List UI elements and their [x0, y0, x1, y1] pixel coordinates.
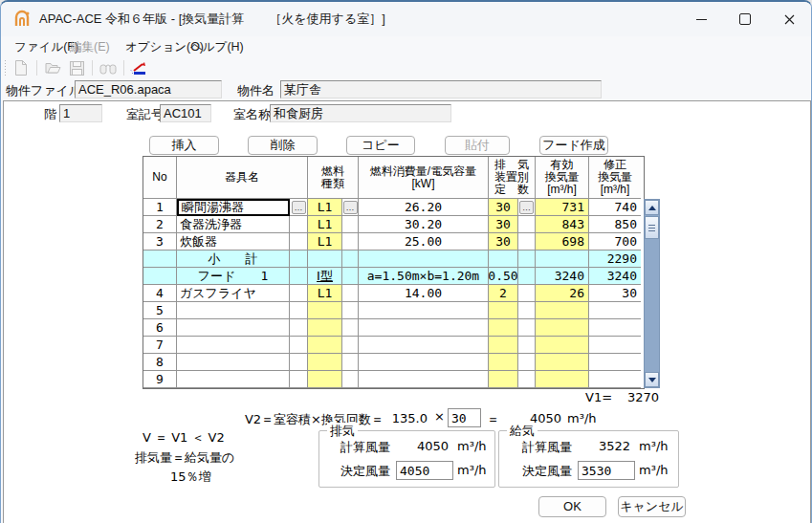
- menu-help[interactable]: ヘルプ(H): [185, 38, 250, 56]
- ok-button[interactable]: OK: [538, 496, 606, 517]
- scroll-down-button[interactable]: [645, 372, 659, 387]
- graph-icon: [130, 61, 147, 76]
- coef-cell[interactable]: 2: [489, 285, 518, 302]
- exhaust-dec-unit: m³/h: [457, 463, 487, 477]
- graph-button[interactable]: [128, 58, 149, 77]
- effective-cell[interactable]: 698: [536, 233, 589, 251]
- modified-cell[interactable]: 700: [589, 233, 641, 251]
- effective-cell[interactable]: [536, 302, 589, 319]
- appliance-name-cell[interactable]: 食器洗浄器: [177, 216, 290, 233]
- picker-cell: [518, 337, 536, 354]
- modified-cell[interactable]: 30: [589, 285, 641, 302]
- table-scrollbar[interactable]: [644, 199, 660, 388]
- consumption-cell[interactable]: 14.00: [359, 285, 489, 302]
- appliance-name-cell[interactable]: [177, 319, 290, 337]
- coef-cell[interactable]: [489, 371, 518, 388]
- supply-decision-input[interactable]: [578, 461, 635, 480]
- hood-type-cell[interactable]: Ⅰ型: [308, 268, 342, 285]
- supply-dec-unit: m³/h: [639, 463, 669, 477]
- coef-cell[interactable]: [489, 302, 518, 319]
- effective-cell[interactable]: 26: [536, 285, 589, 302]
- find-button[interactable]: [98, 58, 119, 77]
- fuel-type-cell[interactable]: [308, 319, 342, 337]
- appliance-picker-button[interactable]: …: [292, 201, 306, 214]
- open-file-button[interactable]: [42, 58, 63, 77]
- room-code-field[interactable]: AC101: [160, 104, 211, 122]
- consumption-cell[interactable]: 26.20: [359, 199, 489, 216]
- modified-cell[interactable]: [589, 337, 641, 354]
- effective-cell[interactable]: [536, 354, 589, 371]
- open-file-icon: [45, 61, 61, 75]
- close-button[interactable]: [767, 2, 811, 36]
- appliance-name-cell[interactable]: 瞬間湯沸器: [177, 199, 290, 216]
- room-name-field[interactable]: 和食厨房: [270, 104, 451, 122]
- subtotal-label: 小 計: [177, 251, 290, 268]
- coef-cell[interactable]: 30: [489, 233, 518, 251]
- project-name-field[interactable]: 某庁舎: [280, 80, 602, 98]
- hood-create-button[interactable]: フード作成: [539, 136, 608, 155]
- fuel-type-cell[interactable]: L1: [308, 216, 342, 233]
- appliance-name-cell[interactable]: [177, 337, 290, 354]
- consumption-cell[interactable]: 25.00: [359, 233, 489, 251]
- fuel-picker-button[interactable]: …: [343, 201, 358, 214]
- new-file-button[interactable]: [11, 58, 32, 77]
- maximize-button[interactable]: [723, 2, 767, 36]
- fuel-type-cell[interactable]: [308, 302, 342, 319]
- scrollbar-thumb[interactable]: [645, 216, 659, 239]
- exhaust-calc-unit: m³/h: [457, 439, 487, 453]
- appliance-name-cell[interactable]: [177, 354, 290, 371]
- header-no: No: [143, 157, 177, 199]
- minimize-button[interactable]: [679, 2, 723, 36]
- insert-button[interactable]: 挿入: [149, 136, 219, 155]
- copy-button[interactable]: コピー: [346, 136, 415, 155]
- fuel-type-cell[interactable]: [308, 337, 342, 354]
- air-changes-input[interactable]: [448, 408, 481, 427]
- toolbar-grip: [4, 60, 7, 76]
- supply-dec-label: 決定風量: [522, 463, 572, 480]
- fuel-type-cell[interactable]: L1: [308, 199, 342, 216]
- hood-size-cell[interactable]: a=1.50m×b=1.20m: [359, 268, 489, 285]
- file-name-field[interactable]: ACE_R06.apaca: [75, 80, 222, 98]
- appliance-name-cell[interactable]: ガスフライヤ: [177, 285, 290, 302]
- effective-cell[interactable]: 843: [536, 216, 589, 233]
- effective-cell[interactable]: [536, 319, 589, 337]
- effective-cell[interactable]: 731: [536, 199, 589, 216]
- consumption-cell[interactable]: [359, 319, 489, 337]
- scroll-up-button[interactable]: [645, 200, 659, 215]
- coef-cell[interactable]: [489, 354, 518, 371]
- coef-picker-button[interactable]: …: [519, 201, 534, 214]
- coef-cell[interactable]: [489, 337, 518, 354]
- coef-cell[interactable]: 30: [489, 216, 518, 233]
- floor-field[interactable]: 1: [59, 104, 102, 122]
- consumption-cell[interactable]: [359, 302, 489, 319]
- appliance-name-cell[interactable]: [177, 371, 290, 388]
- modified-cell[interactable]: [589, 302, 641, 319]
- fuel-type-cell[interactable]: [308, 354, 342, 371]
- modified-cell[interactable]: [589, 319, 641, 337]
- hood-label: フード 1: [177, 268, 290, 285]
- modified-cell[interactable]: [589, 371, 641, 388]
- effective-cell[interactable]: [536, 337, 589, 354]
- appliance-name-cell[interactable]: 炊飯器: [177, 233, 290, 251]
- modified-cell[interactable]: 850: [589, 216, 641, 233]
- menu-edit[interactable]: 編集(E): [64, 38, 116, 56]
- coef-cell[interactable]: [489, 319, 518, 337]
- consumption-cell[interactable]: [359, 354, 489, 371]
- modified-cell[interactable]: [589, 354, 641, 371]
- consumption-cell[interactable]: 30.20: [359, 216, 489, 233]
- appliance-name-cell[interactable]: [177, 302, 290, 319]
- modified-cell[interactable]: 740: [589, 199, 641, 216]
- delete-button[interactable]: 削除: [248, 136, 318, 155]
- picker-cell: [518, 354, 536, 371]
- effective-cell[interactable]: [536, 371, 589, 388]
- fuel-type-cell[interactable]: L1: [308, 285, 342, 302]
- exhaust-decision-input[interactable]: [396, 461, 453, 480]
- coef-cell[interactable]: 30: [489, 199, 518, 216]
- fuel-type-cell[interactable]: [308, 371, 342, 388]
- fuel-type-cell[interactable]: L1: [308, 233, 342, 251]
- save-button[interactable]: [66, 58, 87, 77]
- paste-button[interactable]: 貼付: [445, 136, 510, 155]
- consumption-cell[interactable]: [359, 337, 489, 354]
- consumption-cell[interactable]: [359, 371, 489, 388]
- cancel-button[interactable]: キャンセル: [618, 496, 686, 517]
